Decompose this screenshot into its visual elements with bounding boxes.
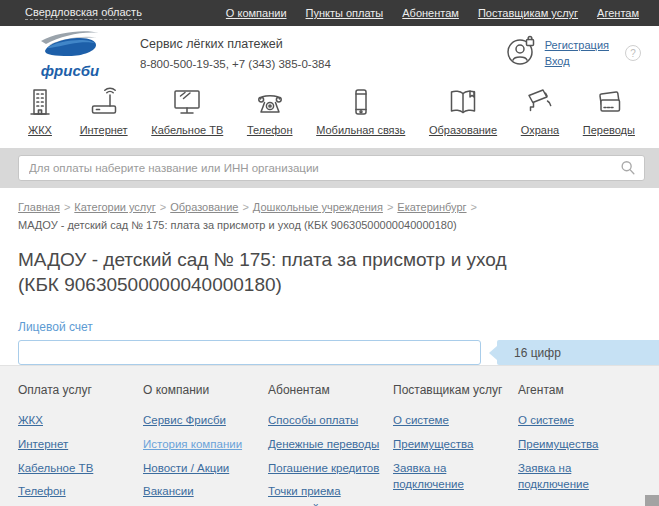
- footer-link[interactable]: Новости / Акции: [143, 460, 268, 477]
- category-label: Телефон: [247, 124, 293, 136]
- footer-link[interactable]: Заявка на подключение: [393, 460, 518, 493]
- footer-column-title: Агентам: [518, 383, 643, 397]
- category-label: Кабельное ТВ: [151, 124, 223, 136]
- page-title: МАДОУ - детский сад № 175: плата за прис…: [18, 247, 538, 297]
- hint-arrow: [489, 346, 497, 360]
- breadcrumb-links: Главная>Категории услуг>Образование>Дошк…: [18, 201, 481, 213]
- mobile-icon: [345, 86, 377, 118]
- router-icon: [88, 86, 120, 118]
- register-link[interactable]: Регистрация: [545, 39, 609, 51]
- footer-link[interactable]: Точки приема платежей: [268, 483, 393, 506]
- cards-icon: [593, 86, 625, 118]
- scroll-top-button[interactable]: [645, 495, 659, 506]
- search-bar: [0, 148, 659, 188]
- footer-link[interactable]: ЖКХ: [18, 412, 143, 429]
- breadcrumb: Главная>Категории услуг>Образование>Дошк…: [0, 188, 659, 234]
- account-label: Лицевой счет: [18, 320, 641, 334]
- footer-column: Оплата услугЖКХИнтернетКабельное ТВТелеф…: [18, 383, 143, 506]
- breadcrumb-separator: >: [387, 201, 393, 213]
- search-icon[interactable]: [619, 159, 637, 181]
- monitor-icon: [171, 86, 203, 118]
- region-selector[interactable]: Свердловская область: [25, 6, 142, 20]
- footer-link[interactable]: Способы оплаты: [268, 412, 393, 429]
- account-input[interactable]: [18, 340, 481, 365]
- breadcrumb-link[interactable]: Образование: [170, 201, 238, 213]
- footer-column: Поставщикам услугО системеПреимуществаЗа…: [393, 383, 518, 506]
- user-lock-icon: [505, 35, 537, 71]
- footer-link[interactable]: Погашение кредитов: [268, 460, 393, 477]
- category-label: ЖКХ: [28, 124, 52, 136]
- header: фрисби Сервис лёгких платежей 8-800-500-…: [0, 26, 659, 80]
- footer-column-title: О компании: [143, 383, 268, 397]
- topbar-link[interactable]: О компании: [226, 7, 287, 19]
- breadcrumb-current: МАДОУ - детский сад № 175: плата за прис…: [18, 217, 641, 235]
- logo[interactable]: фрисби: [18, 28, 122, 79]
- topbar: Свердловская область О компанииПункты оп…: [0, 0, 659, 26]
- breadcrumb-separator: >: [242, 201, 248, 213]
- category-item-образование[interactable]: Образование: [429, 86, 497, 136]
- phone-icon: [254, 86, 286, 118]
- building-icon: [24, 86, 56, 118]
- footer-link[interactable]: О системе: [393, 412, 518, 429]
- footer-column: АбонентамСпособы оплатыДенежные переводы…: [268, 383, 393, 506]
- footer-column: АгентамО системеПреимуществаЗаявка на по…: [518, 383, 643, 506]
- logo-text: фрисби: [41, 62, 99, 79]
- breadcrumb-link[interactable]: Главная: [18, 201, 60, 213]
- category-item-жкх[interactable]: ЖКХ: [24, 86, 56, 136]
- footer-link[interactable]: Вакансии: [143, 483, 268, 500]
- book-icon: [447, 86, 479, 118]
- category-label: Мобильная связь: [316, 124, 405, 136]
- footer-link[interactable]: Интернет: [18, 436, 143, 453]
- topbar-link[interactable]: Агентам: [597, 7, 639, 19]
- category-label: Переводы: [583, 124, 635, 136]
- category-label: Интернет: [80, 124, 128, 136]
- topbar-link[interactable]: Пункты оплаты: [306, 7, 384, 19]
- footer-link[interactable]: Сервис Фрисби: [143, 412, 268, 429]
- breadcrumb-link[interactable]: Категории услуг: [74, 201, 155, 213]
- footer-column-title: Поставщикам услуг: [393, 383, 518, 397]
- footer-link[interactable]: О системе: [518, 412, 643, 429]
- category-nav: ЖКХИнтернетКабельное ТВТелефонМобильная …: [0, 80, 659, 146]
- category-item-мобильная-связь[interactable]: Мобильная связь: [316, 86, 405, 136]
- footer-column-title: Абонентам: [268, 383, 393, 397]
- login-link[interactable]: Вход: [545, 55, 609, 67]
- account-hint: 16 цифр: [497, 340, 659, 365]
- category-item-кабельное-тв[interactable]: Кабельное ТВ: [151, 86, 223, 136]
- frisbee-disc-icon: [37, 28, 103, 64]
- footer-column: О компанииСервис ФрисбиИстория компанииН…: [143, 383, 268, 506]
- footer-link[interactable]: Кабельное ТВ: [18, 460, 143, 477]
- breadcrumb-separator: >: [471, 201, 477, 213]
- header-info: Сервис лёгких платежей 8-800-500-19-35, …: [140, 37, 331, 70]
- help-icon[interactable]: ?: [625, 45, 641, 61]
- breadcrumb-separator: >: [64, 201, 70, 213]
- footer-link[interactable]: Преимущества: [393, 436, 518, 453]
- category-label: Образование: [429, 124, 497, 136]
- breadcrumb-separator: >: [160, 201, 166, 213]
- footer-link[interactable]: История компании: [143, 436, 268, 453]
- tagline: Сервис лёгких платежей: [140, 37, 331, 51]
- footer-link[interactable]: Заявка на подключение: [518, 460, 643, 493]
- category-item-переводы[interactable]: Переводы: [583, 86, 635, 136]
- auth-area: Регистрация Вход ?: [505, 35, 641, 71]
- topbar-link[interactable]: Поставщикам услуг: [478, 7, 578, 19]
- footer-link[interactable]: Денежные переводы: [268, 436, 393, 453]
- footer: Оплата услугЖКХИнтернетКабельное ТВТелеф…: [0, 365, 659, 506]
- category-item-телефон[interactable]: Телефон: [247, 86, 293, 136]
- topbar-link[interactable]: Абонентам: [402, 7, 459, 19]
- topbar-links: О компанииПункты оплатыАбонентамПоставщи…: [226, 7, 639, 19]
- breadcrumb-link[interactable]: Дошкольные учреждения: [253, 201, 383, 213]
- main-content: МАДОУ - детский сад № 175: плата за прис…: [0, 234, 659, 365]
- search-input[interactable]: [18, 155, 645, 181]
- category-item-охрана[interactable]: Охрана: [521, 86, 559, 136]
- category-label: Охрана: [521, 124, 559, 136]
- breadcrumb-link[interactable]: Екатеринбург: [397, 201, 466, 213]
- category-item-интернет[interactable]: Интернет: [80, 86, 128, 136]
- cctv-icon: [524, 86, 556, 118]
- footer-link[interactable]: Телефон: [18, 483, 143, 500]
- footer-column-title: Оплата услуг: [18, 383, 143, 397]
- phone-number: 8-800-500-19-35, +7 (343) 385-0-384: [140, 58, 331, 70]
- footer-link[interactable]: Преимущества: [518, 436, 643, 453]
